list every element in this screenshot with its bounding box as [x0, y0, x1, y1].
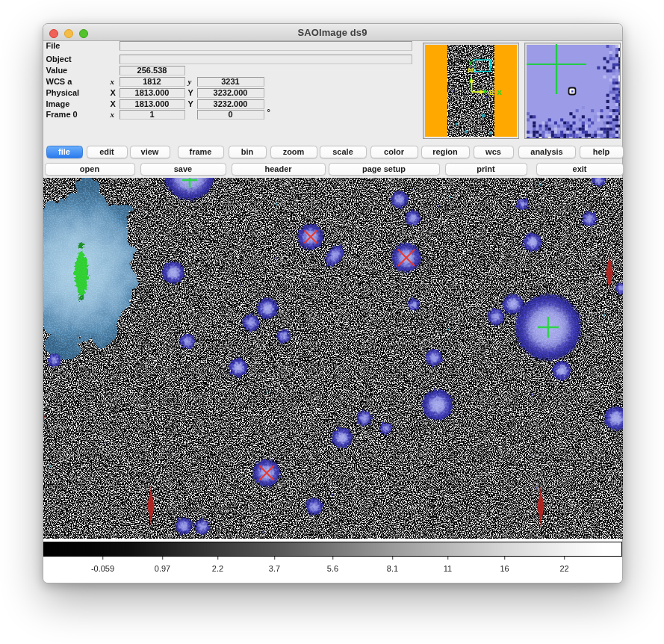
svg-text:E: E: [489, 88, 494, 96]
svg-text:X: X: [497, 88, 502, 96]
svg-text:N: N: [468, 66, 473, 74]
